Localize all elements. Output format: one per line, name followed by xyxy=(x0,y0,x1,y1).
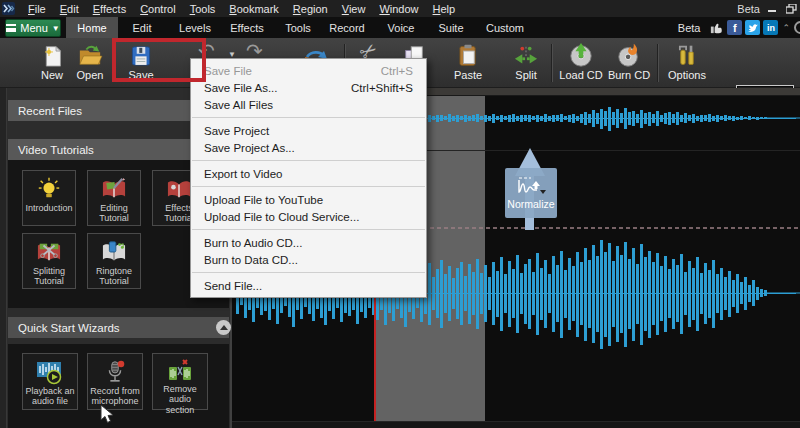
tab-tools[interactable]: Tools xyxy=(276,17,320,38)
burn-cd-icon xyxy=(616,42,642,68)
menu-item-save-file-as[interactable]: Save File As...Ctrl+Shift+S xyxy=(191,79,426,96)
menu-separator xyxy=(192,229,425,230)
triangle-up-icon xyxy=(220,325,228,330)
menubar-item-bookmark[interactable]: Bookmark xyxy=(222,3,286,15)
menu-item-save-project-as[interactable]: Save Project As... xyxy=(191,139,426,156)
menu-item-upload-file-to-cloud-service[interactable]: Upload File to Cloud Service... xyxy=(191,208,426,225)
mouse-cursor xyxy=(100,404,116,424)
menu-item-export-to-video[interactable]: Export to Video xyxy=(191,165,426,182)
menubar-item-edit[interactable]: Edit xyxy=(53,3,86,15)
wavepad-window: FileEditEffectsControlToolsBookmarkRegio… xyxy=(0,0,800,428)
new-button-label: New xyxy=(41,69,63,81)
menu-separator xyxy=(192,160,425,161)
title-bar: FileEditEffectsControlToolsBookmarkRegio… xyxy=(0,0,800,17)
tab-home[interactable]: Home xyxy=(66,17,118,38)
menu-item-burn-to-data-cd[interactable]: Burn to Data CD... xyxy=(191,251,426,268)
tile-playback-an-audio-file[interactable]: Playback an audio file xyxy=(22,353,78,410)
open-folder-icon xyxy=(77,42,103,68)
menu-item-save-file: Save FileCtrl+S xyxy=(191,62,426,79)
expand-caret-icon[interactable]: ⌃ xyxy=(782,23,790,33)
menu-item-label: Save File As... xyxy=(204,82,278,94)
burn-cd-label: Burn CD xyxy=(608,69,650,81)
facebook-icon[interactable]: f xyxy=(727,20,742,35)
menubar-item-region[interactable]: Region xyxy=(286,3,335,15)
menu-item-send-file[interactable]: Send File... xyxy=(191,277,426,294)
tab-record[interactable]: Record xyxy=(323,17,371,38)
linkedin-icon[interactable]: in xyxy=(763,20,778,35)
paste-clipboard-icon xyxy=(456,42,480,68)
tab-suite[interactable]: Suite xyxy=(429,17,473,38)
save-dropdown-menu: Save FileCtrl+SSave File As...Ctrl+Shift… xyxy=(190,58,427,298)
menu-button[interactable]: Menu ▼ xyxy=(5,19,61,37)
tab-levels[interactable]: Levels xyxy=(171,17,219,38)
remove-section-icon xyxy=(166,358,194,384)
like-icon[interactable] xyxy=(709,20,724,35)
twitter-icon[interactable] xyxy=(745,20,760,35)
menubar-item-help[interactable]: Help xyxy=(426,3,463,15)
menu-item-label: Send File... xyxy=(204,280,262,292)
menubar-item-tools[interactable]: Tools xyxy=(183,3,223,15)
tab-effects[interactable]: Effects xyxy=(223,17,271,38)
menubar-item-view[interactable]: View xyxy=(335,3,373,15)
tile-editing-tutorial[interactable]: Editing Tutorial xyxy=(87,170,141,226)
collapse-section-button[interactable] xyxy=(216,320,231,335)
quick-start-wizards-header[interactable]: Quick Start Wizards xyxy=(8,317,229,338)
split-button[interactable]: Split xyxy=(504,42,548,81)
ribbon-tab-bar: Menu ▼ HomeEditLevelsEffectsToolsRecordV… xyxy=(0,17,800,38)
menubar-item-window[interactable]: Window xyxy=(372,3,425,15)
menu-bar: FileEditEffectsControlToolsBookmarkRegio… xyxy=(21,3,462,15)
book-fx-icon xyxy=(165,175,193,203)
paste-button-label: Paste xyxy=(454,69,482,81)
chevron-down-icon: ▼ xyxy=(52,24,60,33)
tile-label: Editing Tutorial xyxy=(88,203,140,224)
book-edit-icon xyxy=(100,175,128,203)
menubar-item-file[interactable]: File xyxy=(21,3,53,15)
tile-introduction[interactable]: Introduction xyxy=(22,170,76,226)
bulb-icon xyxy=(36,175,62,203)
menu-item-burn-to-audio-cd[interactable]: Burn to Audio CD... xyxy=(191,234,426,251)
menu-item-upload-file-to-youtube[interactable]: Upload File to YouTube xyxy=(191,191,426,208)
options-button[interactable]: Options xyxy=(664,42,710,81)
normalize-button[interactable]: Normalize xyxy=(505,168,557,218)
toolbar-separator xyxy=(657,44,659,82)
tab-voice[interactable]: Voice xyxy=(379,17,423,38)
tab-custom[interactable]: Custom xyxy=(481,17,529,38)
options-label: Options xyxy=(668,69,706,81)
tile-label: Remove audio section xyxy=(153,384,207,415)
options-tools-icon xyxy=(675,42,699,68)
tile-ringtone-tutorial[interactable]: Ringtone Tutorial xyxy=(87,233,141,289)
split-button-label: Split xyxy=(515,69,536,81)
menu-separator xyxy=(192,272,425,273)
microphone-icon xyxy=(102,358,128,386)
load-cd-button[interactable]: Load CD xyxy=(558,42,604,81)
menu-separator xyxy=(192,186,425,187)
paste-button[interactable]: Paste xyxy=(446,42,490,81)
burn-cd-button[interactable]: Burn CD xyxy=(606,42,652,81)
tile-label: Introduction xyxy=(23,203,74,213)
titlebar-beta-label: Beta xyxy=(737,3,760,15)
menu-item-save-all-files[interactable]: Save All Files xyxy=(191,96,426,113)
tile-splitting-tutorial[interactable]: Splitting Tutorial xyxy=(22,233,76,289)
restore-button[interactable] xyxy=(785,3,798,15)
menubar-item-control[interactable]: Control xyxy=(133,3,182,15)
open-button-label: Open xyxy=(77,69,104,81)
menubar-item-effects[interactable]: Effects xyxy=(86,3,133,15)
menu-item-save-project[interactable]: Save Project xyxy=(191,122,426,139)
tile-remove-audio-section[interactable]: Remove audio section xyxy=(152,353,208,410)
menu-item-label: Export to Video xyxy=(204,168,282,180)
toolbar-separator xyxy=(551,44,553,82)
minimize-button[interactable] xyxy=(766,3,779,15)
load-cd-label: Load CD xyxy=(559,69,602,81)
new-file-icon xyxy=(41,42,64,68)
tab-edit[interactable]: Edit xyxy=(120,17,164,38)
sidebar-edge-strip xyxy=(0,88,7,428)
tile-record-from-microphone[interactable]: Record from microphone xyxy=(87,353,143,410)
partial-circle-icon xyxy=(794,21,800,34)
book-split-icon xyxy=(35,238,63,266)
quick-start-wizards-label: Quick Start Wizards xyxy=(18,322,120,334)
open-button[interactable]: Open xyxy=(68,42,112,81)
menu-item-label: Burn to Data CD... xyxy=(204,254,298,266)
waveform-play-icon xyxy=(35,358,65,386)
tabrow-beta-label: Beta xyxy=(678,22,701,34)
menu-item-shortcut: Ctrl+S xyxy=(381,65,413,77)
